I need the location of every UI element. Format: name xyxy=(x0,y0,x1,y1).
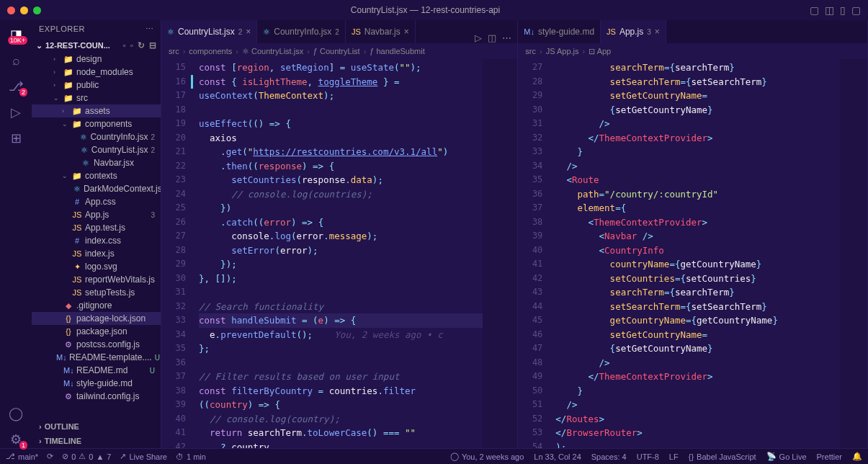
eol[interactable]: LF xyxy=(669,452,679,461)
file-tree-item[interactable]: ›📁public xyxy=(32,79,161,92)
close-tab-icon: × xyxy=(246,27,251,37)
file-tree-item[interactable]: JSsetupTests.js xyxy=(32,286,161,299)
prettier[interactable]: Prettier xyxy=(817,452,842,461)
code-editor[interactable]: searchTerm={searchTerm} setSearchTerm={s… xyxy=(550,59,840,448)
status-bar: ⎇ main* ⟳ ⊘ 0 ⚠ 0 ▲ 7 ↗ Live Share ⏱ 1 m… xyxy=(0,448,868,464)
problems-indicator[interactable]: ⊘ 0 ⚠ 0 ▲ 7 xyxy=(62,452,111,461)
cursor-position[interactable]: Ln 33, Col 24 xyxy=(534,452,581,461)
file-tree-item[interactable]: ⚙tailwind.config.js xyxy=(32,390,161,403)
extensions-icon[interactable]: ⊞ xyxy=(7,130,24,147)
layout-controls: ▢ ◫ ▯ ▢ xyxy=(810,4,861,16)
minimize-window[interactable] xyxy=(20,6,28,14)
more-icon[interactable]: ⋯ xyxy=(146,24,154,34)
breadcrumb-item[interactable]: ⚛ CountryList.jsx xyxy=(242,47,303,56)
collapse-icon[interactable]: ⊟ xyxy=(149,40,156,50)
editor-tab[interactable]: JSApp.js3× xyxy=(601,20,666,43)
go-live[interactable]: 📡 Go Live xyxy=(766,452,807,461)
search-icon[interactable]: ⌕ xyxy=(7,52,24,69)
line-gutter: 1516171819202122232425262728293031323334… xyxy=(161,59,193,448)
activity-bar: ◨10K+ ⌕ ⎇2 ▷ ⊞ ◯ ⚙1 xyxy=(0,20,32,448)
code-editor[interactable]: const [region, setRegion] = useState("")… xyxy=(193,59,483,448)
panel-icon[interactable]: ◫ xyxy=(825,4,834,16)
window-title: CountryList.jsx — 12-rest-countries-api xyxy=(41,5,810,15)
editor-tabs: ⚛CountryList.jsx2×⚛CountryInfo.jsx2JSNav… xyxy=(161,20,517,43)
panel-icon[interactable]: ▯ xyxy=(840,4,846,16)
editor-tab[interactable]: M↓style-guide.md xyxy=(518,20,601,43)
editor-group-1: ⚛CountryList.jsx2×⚛CountryInfo.jsx2JSNav… xyxy=(161,20,518,448)
explorer-icon[interactable]: ◨10K+ xyxy=(7,26,24,43)
file-tree-item[interactable]: M↓README-template....U xyxy=(32,351,161,364)
file-tree-item[interactable]: ›📁assets xyxy=(32,104,161,117)
minimap[interactable] xyxy=(483,59,517,448)
file-tree-item[interactable]: ✦logo.svg xyxy=(32,260,161,273)
file-tree-item[interactable]: ⚛Navbar.jsx xyxy=(32,156,161,169)
refresh-icon[interactable]: ↻ xyxy=(138,40,145,50)
file-tree-item[interactable]: {}package.json xyxy=(32,325,161,338)
debug-icon[interactable]: ▷ xyxy=(7,104,24,121)
file-tree-item[interactable]: JSreportWebVitals.js xyxy=(32,273,161,286)
account-icon[interactable]: ◯ xyxy=(7,405,24,422)
file-tree-item[interactable]: #index.css xyxy=(32,234,161,247)
run-icon[interactable]: ▷ xyxy=(475,32,482,43)
file-tree-item[interactable]: ⚙postcss.config.js xyxy=(32,338,161,351)
panel-icon[interactable]: ▢ xyxy=(810,4,819,16)
file-tree-item[interactable]: ◆.gitignore xyxy=(32,299,161,312)
settings-icon[interactable]: ⚙1 xyxy=(7,431,24,448)
titlebar: CountryList.jsx — 12-rest-countries-api … xyxy=(0,0,868,20)
file-tree-item[interactable]: ⚛DarkModeContext.jsx xyxy=(32,182,161,195)
source-control-icon[interactable]: ⎇2 xyxy=(7,78,24,95)
breadcrumb-item[interactable]: components xyxy=(189,47,232,55)
breadcrumb[interactable]: src›components›⚛ CountryList.jsx›ƒ Count… xyxy=(161,43,517,59)
notifications-icon[interactable]: 🔔 xyxy=(852,452,862,461)
file-tree: ›📁design›📁node_modules›📁public⌄📁src›📁ass… xyxy=(32,53,161,419)
new-folder-icon[interactable]: ▫ xyxy=(130,40,133,50)
breadcrumb-item[interactable]: ⊡ App xyxy=(589,47,611,56)
chevron-down-icon[interactable]: ⌄ xyxy=(36,41,42,50)
line-gutter: 2728293031323334353637383940414243444546… xyxy=(518,59,550,448)
panel-icon[interactable]: ▢ xyxy=(851,4,861,16)
git-blame[interactable]: ◯ You, 2 weeks ago xyxy=(450,452,524,461)
sync-icon[interactable]: ⟳ xyxy=(47,452,53,461)
language-mode[interactable]: {} Babel JavaScript xyxy=(689,452,756,461)
file-tree-item[interactable]: ⚛CountryList.jsx2 xyxy=(32,143,161,156)
breadcrumb-item[interactable]: src xyxy=(169,47,179,55)
breadcrumb-item[interactable]: JS App.js xyxy=(546,47,579,55)
encoding[interactable]: UTF-8 xyxy=(637,452,659,461)
maximize-window[interactable] xyxy=(33,6,41,14)
editor-tab[interactable]: ⚛CountryList.jsx2× xyxy=(161,20,257,43)
file-tree-item[interactable]: M↓README.mdU xyxy=(32,364,161,377)
timeline-section[interactable]: ›TIMELINE xyxy=(32,434,161,448)
file-tree-item[interactable]: JSApp.js3 xyxy=(32,208,161,221)
file-tree-item[interactable]: ⚛CountryInfo.jsx2 xyxy=(32,130,161,143)
editor-tab[interactable]: JSNavbar.js× xyxy=(346,20,416,43)
breadcrumb[interactable]: src›JS App.js›⊡ App xyxy=(518,43,867,59)
file-tree-item[interactable]: ⌄📁contexts xyxy=(32,169,161,182)
file-tree-item[interactable]: ›📁node_modules xyxy=(32,66,161,79)
minimap[interactable] xyxy=(840,59,867,448)
file-tree-item[interactable]: #App.css xyxy=(32,195,161,208)
breadcrumb-item[interactable]: src xyxy=(525,47,536,55)
indentation[interactable]: Spaces: 4 xyxy=(591,452,627,461)
new-file-icon[interactable]: ▫ xyxy=(122,40,125,50)
close-tab-icon: × xyxy=(404,27,409,37)
breadcrumb-item[interactable]: ƒ CountryList xyxy=(313,47,360,55)
file-tree-item[interactable]: JSApp.test.js xyxy=(32,221,161,234)
live-share[interactable]: ↗ Live Share xyxy=(120,452,167,461)
outline-section[interactable]: ›OUTLINE xyxy=(32,419,161,434)
more-icon[interactable]: ⋯ xyxy=(502,32,511,43)
file-tree-item[interactable]: JSindex.js xyxy=(32,247,161,260)
timer[interactable]: ⏱ 1 min xyxy=(176,452,206,461)
editor-tab[interactable]: ⚛CountryInfo.jsx2 xyxy=(257,20,346,43)
file-tree-item[interactable]: ›📁design xyxy=(32,53,161,66)
sidebar: EXPLORER ⋯ ⌄ 12-REST-COUN... ▫ ▫ ↻ ⊟ ›📁d… xyxy=(32,20,161,448)
split-icon[interactable]: ◫ xyxy=(488,32,496,43)
close-window[interactable] xyxy=(7,6,15,14)
file-tree-item[interactable]: ⌄📁components xyxy=(32,117,161,130)
editor-group-2: M↓style-guide.mdJSApp.js3× src›JS App.js… xyxy=(518,20,868,448)
breadcrumb-item[interactable]: ƒ handleSubmit xyxy=(370,47,424,55)
file-tree-item[interactable]: {}package-lock.json xyxy=(32,312,161,325)
project-name: 12-REST-COUN... xyxy=(45,41,110,50)
branch-indicator[interactable]: ⎇ main* xyxy=(6,452,38,461)
file-tree-item[interactable]: ⌄📁src xyxy=(32,92,161,104)
file-tree-item[interactable]: M↓style-guide.md xyxy=(32,377,161,390)
